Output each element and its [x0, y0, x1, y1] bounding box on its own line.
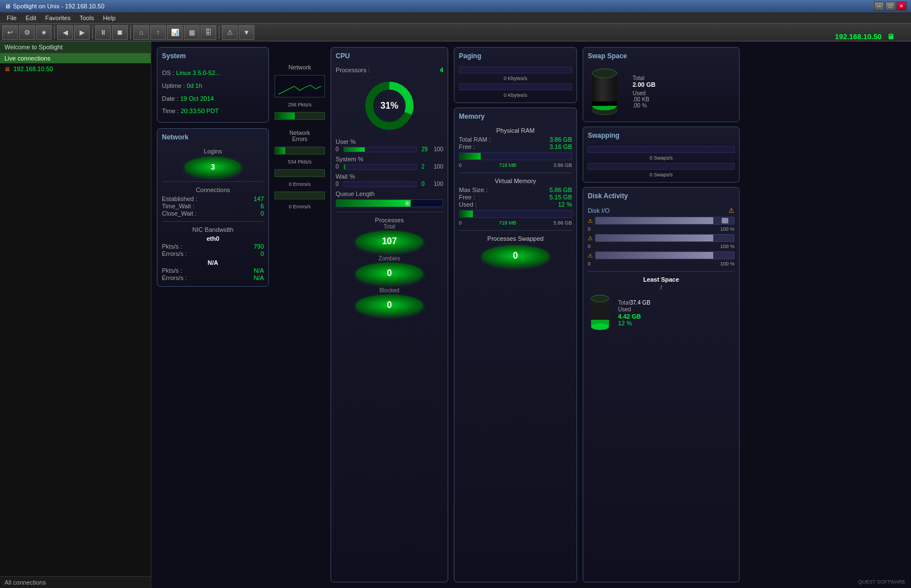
menu-file[interactable]: File [2, 13, 21, 22]
os-row: OS : Linux 3.5.0-52... [162, 67, 264, 80]
menu-edit[interactable]: Edit [21, 13, 41, 22]
toolbar-btn-bar[interactable]: ▦ [184, 25, 199, 40]
swap-cylinder [588, 67, 621, 117]
ram-min: 0 [459, 162, 462, 168]
toolbar-btn-more[interactable]: ▼ [239, 25, 254, 40]
ram-max: 3.86 GB [554, 162, 572, 168]
eth0-pkts-value: 790 [254, 243, 264, 250]
toolbar-btn-alert[interactable]: ⚠ [222, 25, 238, 40]
disk-track-2 [595, 234, 735, 242]
svg-point-14 [591, 295, 609, 302]
wait-pct-row: 0 0 100 [336, 181, 443, 187]
disk-slider-row-1: ⚠ [588, 217, 735, 225]
network-panel: Network Logins 3 Connections Established… [157, 128, 269, 287]
swap-space-content: Swap Space [588, 52, 735, 117]
toolbar-btn-up[interactable]: ↑ [150, 25, 166, 40]
swapping-bar-1 [588, 146, 735, 153]
toolbar-sep-2 [92, 26, 93, 39]
queue-label: Queue Length [336, 190, 443, 197]
left-column: System OS : Linux 3.5.0-52... Uptime : 0… [157, 47, 269, 582]
warning-icon-2: ⚠ [588, 218, 593, 224]
uptime-label: Uptime : [162, 82, 185, 89]
toolbar-btn-4[interactable]: ◀ [57, 25, 73, 40]
toolbar-btn-stop[interactable]: ⏹ [112, 25, 128, 40]
close-wait-row: Close_Wait : 0 [162, 210, 264, 217]
wait-0: 0 [336, 181, 339, 187]
na-pkts-value: N/A [254, 267, 264, 274]
total-value: 107 [356, 231, 423, 252]
net-graph-1 [275, 75, 325, 97]
total-ram-label: Total RAM : [459, 136, 491, 143]
paging-bar-1 [459, 67, 572, 73]
disk-min-2: 0 [588, 244, 591, 249]
max-size-label: Max Size : [459, 186, 487, 193]
processors-label: Processors : [336, 67, 370, 73]
swap-total-label: Total [633, 75, 656, 81]
menu-favorites[interactable]: Favorites [41, 13, 75, 22]
least-space-cylinder [588, 293, 612, 332]
time-wait-row: Time_Wait : 6 [162, 203, 264, 209]
wait-pct-track [343, 181, 417, 187]
minimize-button[interactable]: ─ [874, 2, 884, 11]
time-value: 20:33:50 PDT [181, 108, 219, 114]
paging-bar2-label: 0 Kbytes/s [459, 92, 572, 98]
date-label: Date : [162, 95, 178, 102]
vm-bar-labels: 0 718 MB 5.86 GB [459, 220, 572, 226]
warning-icon-3: ⚠ [588, 235, 593, 241]
toolbar: ↩ ⚙ ★ ◀ ▶ ⏸ ⏹ ⌂ ↑ 📊 ▦ 🗄 ⚠ ▼ [0, 24, 911, 41]
disk-divider [588, 271, 735, 272]
vm-max: 5.86 GB [554, 220, 572, 226]
svg-point-9 [592, 69, 617, 78]
maximize-button[interactable]: □ [885, 2, 895, 11]
vm-used-bar: 718 MB [499, 220, 516, 226]
net-graph-label: Network [275, 64, 325, 71]
toolbar-btn-chart[interactable]: 📊 [167, 25, 183, 40]
toolbar-btn-db[interactable]: 🗄 [201, 25, 216, 40]
sys-0: 0 [336, 164, 339, 170]
toolbar-btn-1[interactable]: ↩ [2, 25, 18, 40]
quest-logo: QUEST SOFTWARE [858, 579, 905, 585]
title-bar: 🖥 Spotlight on Unix - 192.168.10.50 ─ □ … [0, 0, 911, 12]
paging-panel-title: Paging [459, 52, 572, 62]
swap-space-panel: Swap Space [583, 47, 740, 122]
disk-fill-3 [596, 252, 713, 259]
queue-fill [336, 200, 411, 207]
sidebar-item-connection[interactable]: 🖥 192.168.10.50 [0, 63, 151, 74]
logins-label: Logins [162, 148, 264, 155]
disk-fill-1 [596, 217, 713, 224]
vm-used-row: Used : 12 % [459, 201, 572, 208]
close-button[interactable]: ✕ [896, 2, 907, 11]
disk-labels-3: 0 100 % [588, 261, 735, 267]
toolbar-btn-5[interactable]: ▶ [74, 25, 90, 40]
toolbar-btn-pause[interactable]: ⏸ [95, 25, 111, 40]
user-pct-value: 29 [421, 146, 430, 152]
proc-swapped-label: Processes Swapped [459, 235, 572, 242]
sidebar-live-connections: Live connections [0, 53, 151, 63]
date-row: Date : 19 Oct 2014 [162, 92, 264, 105]
sidebar-all-connections: All connections [0, 576, 151, 588]
system-pct-value: 2 [421, 164, 430, 170]
right-col: Swap Space [583, 47, 740, 582]
toolbar-btn-2[interactable]: ⚙ [19, 25, 35, 40]
connection-icon: 🖥 [4, 66, 10, 72]
network-panel-title: Network [162, 133, 264, 143]
system-info: OS : Linux 3.5.0-52... Uptime : 0d 1h Da… [162, 67, 264, 118]
disk-track-1 [595, 217, 735, 225]
ram-bar [459, 152, 572, 160]
ram-bar-labels: 0 718 MB 3.86 GB [459, 162, 572, 168]
free-row: Free : 3.16 GB [459, 143, 572, 150]
eth0-label: eth0 [162, 235, 264, 242]
uptime-row: Uptime : 0d 1h [162, 80, 264, 92]
eth0-pkts-row: Pkts/s : 790 [162, 243, 264, 250]
toolbar-btn-3[interactable]: ★ [36, 25, 52, 40]
system-pct-fill [344, 165, 346, 169]
svg-rect-8 [592, 101, 617, 106]
toolbar-btn-home[interactable]: ⌂ [133, 25, 149, 40]
disk-max-1: 100 % [720, 226, 735, 232]
menu-tools[interactable]: Tools [75, 13, 99, 22]
swap-used-pct: .00 % [633, 102, 656, 109]
app-icon: 🖥 [4, 3, 11, 10]
time-row: Time : 20:33:50 PDT [162, 105, 264, 118]
menu-help[interactable]: Help [99, 13, 120, 22]
disk-slider-row-2: ⚠ [588, 234, 735, 242]
